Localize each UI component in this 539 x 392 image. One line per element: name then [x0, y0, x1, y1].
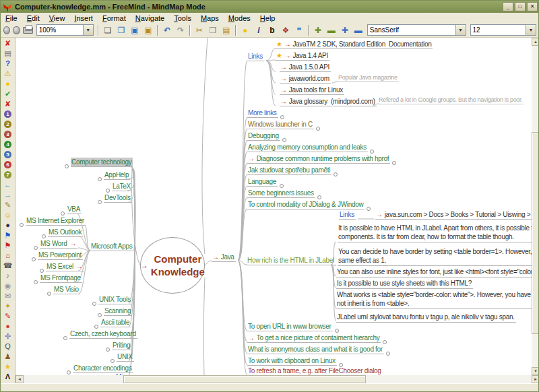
italic-button[interactable]: i: [253, 24, 265, 36]
bold-button[interactable]: b: [266, 24, 278, 36]
node-anonymous-class[interactable]: What is anonymous class and what it is g…: [247, 345, 384, 354]
chevron-down-icon[interactable]: ▼: [455, 25, 466, 35]
undo-button[interactable]: ↶: [161, 24, 173, 36]
node-open-url[interactable]: To open URL in www browser: [247, 322, 333, 331]
priority-4-icon[interactable]: 4: [2, 139, 14, 150]
node-microsoft-apps[interactable]: Microsoft Apps: [90, 242, 133, 251]
idea-icon[interactable]: ●: [2, 79, 14, 89]
node-windows-launcher[interactable]: Windows launcher in C: [247, 120, 314, 129]
phone-icon[interactable]: ☎: [2, 261, 14, 271]
search-icon[interactable]: Q: [2, 341, 14, 352]
menu-file[interactable]: File: [1, 14, 22, 22]
back-icon[interactable]: ←: [2, 180, 14, 190]
node-links-1[interactable]: Links: [247, 52, 264, 61]
node-analyzing-memory[interactable]: Analyzing memory consumption and leaks: [247, 143, 368, 152]
node-java-glossary[interactable]: →Java glossary (mindprod.com): [280, 97, 377, 106]
node-java-tools-linux[interactable]: →Java tools for Linux: [280, 86, 344, 95]
forward-icon[interactable]: →: [2, 190, 14, 200]
cut-button[interactable]: ✂: [193, 24, 205, 36]
save-as-button[interactable]: ▣: [142, 24, 154, 36]
person-icon[interactable]: ♟: [2, 352, 14, 362]
priority-5-icon[interactable]: 5: [2, 150, 14, 160]
note-inline-styles[interactable]: You can also use inline styles for font,…: [336, 267, 532, 277]
node-java-14-api[interactable]: ★→Java 1.4 API: [276, 51, 329, 61]
remove-icon[interactable]: ✘: [2, 38, 14, 48]
node-jak-studovat[interactable]: Jak studovat spotřebu paměti: [247, 166, 331, 175]
vertical-scroll-thumb[interactable]: [532, 132, 539, 334]
menu-insert[interactable]: Insert: [69, 14, 98, 22]
note-jlabel-umi[interactable]: JLabel umí stylovat barvu fontu v tagu p…: [336, 312, 516, 323]
node-devtools[interactable]: DevTools: [104, 193, 132, 203]
node-misc[interactable]: Misc: [115, 372, 130, 375]
node-javasun-path[interactable]: →java.sun.com > Docs > Books > Tutorial …: [375, 210, 532, 220]
chat-bubble-button[interactable]: ❝: [293, 24, 305, 36]
node-vba[interactable]: VBA: [67, 205, 82, 214]
zoom-select[interactable]: 100% ▼: [36, 24, 94, 36]
prev-map-button[interactable]: [3, 26, 10, 34]
menu-modes[interactable]: Modes: [224, 14, 255, 22]
print-button[interactable]: [22, 24, 34, 36]
node-up-blue-button[interactable]: ✚: [339, 24, 351, 36]
wizard-icon[interactable]: ✢: [2, 331, 14, 341]
node-ms-internet-explorer[interactable]: MS Internet Explorer: [26, 216, 86, 226]
help-icon[interactable]: ?: [2, 59, 14, 69]
red-pen-icon[interactable]: ✎: [2, 311, 14, 321]
envelope-icon[interactable]: ✉: [2, 291, 14, 301]
node-some-beginners[interactable]: Some beginners issues: [247, 189, 315, 198]
note-style-sheets[interactable]: Is it possible to use style sheets with …: [336, 278, 473, 289]
node-debugging[interactable]: Debugging: [247, 131, 280, 141]
idea-button[interactable]: ●: [239, 24, 251, 36]
priority-3-icon[interactable]: 3: [2, 129, 14, 139]
warning-icon[interactable]: ⚠: [2, 69, 14, 79]
bomb-icon[interactable]: ●: [2, 220, 14, 230]
node-czech-keyboard[interactable]: Czech, czech keyboard: [69, 329, 137, 339]
new-file-button[interactable]: ❏: [102, 24, 114, 36]
key-icon[interactable]: ✦: [2, 301, 14, 311]
font-family-select[interactable]: SansSerif ▼: [367, 24, 466, 36]
copy-button[interactable]: ❒: [207, 24, 219, 36]
home-icon[interactable]: ⌂: [2, 251, 14, 261]
maximize-button[interactable]: □: [515, 2, 526, 11]
node-java[interactable]: →Java: [212, 253, 236, 262]
pencil-icon[interactable]: ✎: [2, 200, 14, 210]
node-ms-excel[interactable]: MS Excel→: [46, 262, 84, 271]
note-border-setting[interactable]: You can decide to have border by setting…: [338, 247, 532, 266]
node-links-2[interactable]: Links: [339, 210, 356, 220]
annotation-refered-google[interactable]: Refered a lot in Google groups. But the …: [378, 96, 524, 104]
mindmap-canvas[interactable]: Computer technologyAppHelpLaTeXDevToolsV…: [15, 38, 532, 375]
node-priting[interactable]: Priting: [112, 341, 131, 350]
flag-icon[interactable]: ⚑: [2, 240, 14, 251]
node-unix-tools[interactable]: UNIX Tools: [98, 295, 132, 304]
note-border-color[interactable]: What works is <table style="border-color…: [336, 290, 532, 309]
penguin-icon[interactable]: Λ: [2, 372, 14, 382]
node-javatm-sdk[interactable]: ★→JavaTM 2 SDK, Standard Edition Documen…: [276, 40, 433, 49]
chevron-down-icon[interactable]: ▼: [526, 25, 536, 35]
close-button[interactable]: ✕: [527, 2, 538, 11]
node-javaworld[interactable]: →javaworld.com: [280, 74, 331, 84]
node-diagnose-hprof[interactable]: →Diagnose common runtime problems with h…: [247, 154, 390, 164]
node-unix[interactable]: UNIX: [117, 352, 134, 362]
node-containment-hierarchy[interactable]: →To get a nice picture of contaiment hie…: [247, 333, 381, 343]
priority-2-icon[interactable]: 2: [2, 119, 14, 129]
mailbox-icon[interactable]: ◉: [2, 281, 14, 291]
chevron-down-icon[interactable]: ▼: [83, 25, 93, 35]
node-scanning[interactable]: Scanning: [104, 306, 132, 316]
link-graph-button[interactable]: ❖: [280, 24, 292, 36]
menu-edit[interactable]: Edit: [22, 14, 44, 22]
node-java-150-api[interactable]: →Java 1.5.0 API: [280, 63, 331, 72]
traffic-light-icon[interactable]: ●: [2, 321, 14, 331]
node-latex[interactable]: LaTeX: [112, 182, 132, 191]
node-refresh-frame[interactable]: To refresh a frame, e.g. after FileChoos…: [247, 366, 383, 375]
menu-tools[interactable]: Tools: [169, 14, 196, 22]
vertical-scrollbar[interactable]: ▲ ▼: [532, 38, 539, 375]
node-ascii-table[interactable]: Ascii table: [100, 318, 131, 327]
node-ms-frontpage[interactable]: MS Frontpage: [40, 273, 82, 283]
root-node[interactable]: →Computer Knowledge: [140, 237, 205, 294]
menu-maps[interactable]: Maps: [196, 14, 224, 22]
horizontal-scrollbar[interactable]: ◄ ►: [15, 375, 539, 383]
scroll-left-button[interactable]: ◄: [15, 375, 24, 383]
font-size-select[interactable]: 12 ▼: [470, 24, 536, 36]
minimize-button[interactable]: _: [503, 2, 513, 11]
save-file-button[interactable]: ▣: [129, 24, 141, 36]
cancel-icon[interactable]: ✘: [2, 99, 14, 109]
